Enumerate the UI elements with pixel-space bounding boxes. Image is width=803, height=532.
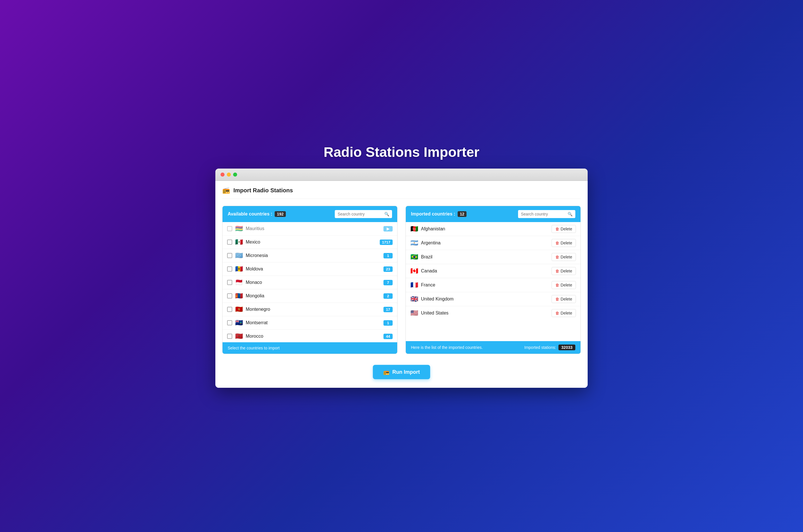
trash-icon: 🗑 bbox=[555, 227, 559, 231]
country-flag: 🇨🇦 bbox=[410, 267, 418, 275]
delete-button[interactable]: 🗑 Delete bbox=[551, 253, 576, 261]
delete-button[interactable]: 🗑 Delete bbox=[551, 281, 576, 289]
country-checkbox[interactable] bbox=[227, 253, 232, 258]
country-checkbox[interactable] bbox=[227, 280, 232, 285]
country-name: Mauritius bbox=[246, 226, 381, 231]
station-count: 7 bbox=[383, 280, 393, 285]
country-name: Mexico bbox=[246, 240, 377, 245]
country-checkbox[interactable] bbox=[227, 307, 232, 312]
country-name: Micronesia bbox=[246, 253, 381, 258]
list-item: 🇲🇸 Montserrat 1 bbox=[222, 316, 397, 330]
country-flag: 🇫🇷 bbox=[410, 281, 418, 289]
delete-button[interactable]: 🗑 Delete bbox=[551, 239, 576, 247]
country-checkbox[interactable] bbox=[227, 334, 232, 339]
available-panel-body: 🇲🇺 Mauritius ▶ 🇲🇽 Mexico 1717 🇫🇲 Micro bbox=[222, 222, 397, 342]
run-import-button[interactable]: 📻 Run Import bbox=[373, 365, 430, 379]
app-header: 📻 Import Radio Stations bbox=[222, 187, 581, 199]
country-checkbox[interactable] bbox=[227, 266, 232, 271]
imported-label: Imported countries : bbox=[411, 211, 455, 217]
available-panel-title: Available countries : 192 bbox=[228, 211, 286, 217]
country-name: United Kingdom bbox=[421, 297, 549, 302]
delete-button[interactable]: 🗑 Delete bbox=[551, 309, 576, 317]
list-item: 🇲🇺 Mauritius ▶ bbox=[222, 222, 397, 235]
imported-search-input[interactable] bbox=[521, 212, 566, 216]
delete-label: Delete bbox=[561, 241, 572, 245]
available-label: Available countries : bbox=[228, 211, 272, 217]
trash-icon: 🗑 bbox=[555, 269, 559, 273]
list-item: 🇲🇩 Moldova 23 bbox=[222, 262, 397, 276]
minimize-button[interactable] bbox=[227, 173, 231, 176]
available-count-badge: 192 bbox=[275, 211, 286, 217]
country-name: Moldova bbox=[246, 266, 381, 271]
close-button[interactable] bbox=[220, 173, 224, 176]
imported-search-box[interactable]: 🔍 bbox=[518, 210, 575, 218]
window-content: 📻 Import Radio Stations Available countr… bbox=[215, 181, 588, 388]
list-item: 🇦🇫 Afghanistan 🗑 Delete bbox=[406, 222, 581, 236]
trash-icon: 🗑 bbox=[555, 297, 559, 301]
list-item: 🇲🇪 Montenegro 17 bbox=[222, 303, 397, 316]
list-item: 🇲🇳 Mongolia 2 bbox=[222, 289, 397, 303]
country-name: Montserrat bbox=[246, 320, 381, 325]
country-flag: 🇬🇧 bbox=[410, 295, 418, 303]
trash-icon: 🗑 bbox=[555, 255, 559, 259]
country-flag: 🇲🇨 bbox=[235, 279, 243, 286]
country-flag: 🇦🇷 bbox=[410, 239, 418, 247]
list-item: 🇧🇷 Brazil 🗑 Delete bbox=[406, 250, 581, 264]
imported-stations-label: Imported stations: bbox=[524, 345, 556, 350]
app-header-icon: 📻 bbox=[222, 187, 230, 194]
list-item: 🇫🇷 France 🗑 Delete bbox=[406, 278, 581, 292]
country-checkbox[interactable] bbox=[227, 226, 232, 231]
station-count: 1 bbox=[383, 253, 393, 259]
imported-panel-footer: Here is the list of the imported countri… bbox=[406, 341, 581, 354]
country-name: France bbox=[421, 282, 549, 288]
available-search-box[interactable]: 🔍 bbox=[335, 210, 392, 218]
country-name: Mongolia bbox=[246, 293, 381, 299]
delete-button[interactable]: 🗑 Delete bbox=[551, 225, 576, 233]
country-name: Canada bbox=[421, 268, 549, 273]
station-count: 2 bbox=[383, 293, 393, 299]
station-count: 1717 bbox=[380, 240, 393, 245]
run-import-area: 📻 Run Import bbox=[222, 362, 581, 382]
delete-button[interactable]: 🗑 Delete bbox=[551, 295, 576, 303]
panels-wrapper: Available countries : 192 🔍 🇲🇺 Mauritius bbox=[222, 206, 581, 354]
available-search-input[interactable] bbox=[337, 212, 383, 216]
country-flag: 🇲🇸 bbox=[235, 319, 243, 326]
list-item: 🇲🇽 Mexico 1717 bbox=[222, 235, 397, 249]
available-footer-text: Select the countries to import bbox=[228, 346, 279, 350]
country-flag: 🇧🇷 bbox=[410, 253, 418, 261]
delete-label: Delete bbox=[561, 227, 572, 231]
delete-label: Delete bbox=[561, 269, 572, 273]
country-checkbox[interactable] bbox=[227, 240, 232, 245]
country-name: Argentina bbox=[421, 241, 549, 246]
list-item: 🇬🇧 United Kingdom 🗑 Delete bbox=[406, 292, 581, 306]
list-item: 🇫🇲 Micronesia 1 bbox=[222, 249, 397, 262]
trash-icon: 🗑 bbox=[555, 283, 559, 287]
available-panel-header: Available countries : 192 🔍 bbox=[222, 206, 397, 222]
delete-button[interactable]: 🗑 Delete bbox=[551, 267, 576, 275]
country-flag: 🇲🇪 bbox=[235, 306, 243, 313]
country-checkbox[interactable] bbox=[227, 320, 232, 325]
list-item: 🇦🇷 Argentina 🗑 Delete bbox=[406, 236, 581, 250]
imported-panel-title: Imported countries : 12 bbox=[411, 211, 467, 217]
country-checkbox[interactable] bbox=[227, 293, 232, 299]
station-count: 17 bbox=[383, 307, 393, 312]
country-flag: 🇫🇲 bbox=[235, 252, 243, 259]
delete-label: Delete bbox=[561, 311, 572, 315]
country-name: United States bbox=[421, 310, 549, 316]
available-search-icon: 🔍 bbox=[384, 212, 389, 216]
delete-label: Delete bbox=[561, 283, 572, 287]
country-flag: 🇲🇽 bbox=[235, 239, 243, 246]
imported-panel-body: 🇦🇫 Afghanistan 🗑 Delete 🇦🇷 Argentina 🗑 D bbox=[406, 222, 581, 341]
available-panel-footer: Select the countries to import bbox=[222, 342, 397, 354]
imported-search-icon: 🔍 bbox=[568, 212, 572, 216]
list-item: 🇺🇸 United States 🗑 Delete bbox=[406, 306, 581, 320]
delete-label: Delete bbox=[561, 297, 572, 301]
country-flag: 🇲🇩 bbox=[235, 265, 243, 273]
country-flag: 🇲🇺 bbox=[235, 225, 243, 232]
app-window: 📻 Import Radio Stations Available countr… bbox=[215, 169, 588, 388]
imported-stations-info: Imported stations: 32033 bbox=[524, 345, 575, 350]
available-countries-panel: Available countries : 192 🔍 🇲🇺 Mauritius bbox=[222, 206, 398, 354]
station-count: 1 bbox=[383, 320, 393, 326]
maximize-button[interactable] bbox=[233, 173, 237, 176]
page-title: Radio Stations Importer bbox=[324, 144, 479, 160]
